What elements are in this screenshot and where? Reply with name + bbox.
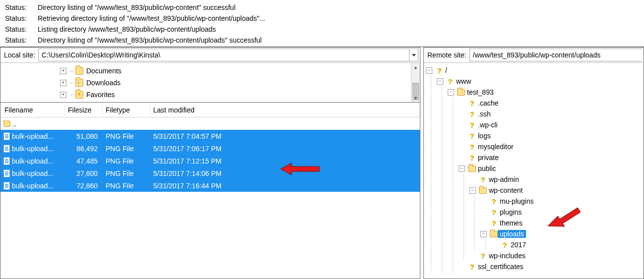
tree-item[interactable]: / (426, 65, 644, 76)
tree-item-label: themes (498, 219, 523, 227)
local-dir-tree[interactable]: Documents Downloads Favorites (0, 63, 420, 103)
file-icon (3, 169, 10, 177)
expand-icon[interactable] (480, 231, 487, 237)
tree-item[interactable]: mu-plugins (426, 196, 644, 207)
tree-item[interactable]: 2017 (426, 239, 644, 250)
file-list-header[interactable]: Filename Filesize Filetype Last modified (0, 103, 420, 117)
local-path-dropdown-button[interactable] (409, 49, 418, 61)
status-row: Status: Directory listing of "/www/test_… (5, 2, 640, 13)
unknown-folder-icon (446, 77, 454, 85)
tree-item[interactable]: plugins (426, 207, 644, 218)
tree-item[interactable]: test_893 (426, 87, 644, 98)
tree-item[interactable]: .wp-cli (426, 119, 644, 130)
remote-path-input[interactable] (470, 50, 642, 60)
local-site-label: Local site: (2, 51, 35, 59)
scroll-down-arrow-icon[interactable]: ▼ (411, 94, 420, 102)
tree-item[interactable]: wp-content (426, 185, 644, 196)
column-header-filename[interactable]: Filename (0, 104, 65, 116)
column-header-filetype[interactable]: Filetype (103, 104, 150, 116)
unknown-folder-icon (490, 208, 498, 216)
tree-item[interactable]: .cache (426, 98, 644, 109)
tree-item[interactable]: .ssh (426, 109, 644, 119)
status-message: Directory listing of "/www/test_893/publ… (38, 35, 640, 46)
local-path-input[interactable] (39, 50, 409, 60)
tree-item[interactable]: Documents (60, 65, 411, 77)
status-message: Listing directory /www/test_893/public/w… (38, 24, 640, 35)
unknown-folder-icon (501, 241, 509, 249)
folder-icon (490, 231, 498, 237)
column-header-filesize[interactable]: Filesize (65, 104, 103, 116)
remote-pane: Remote site: /wwwtest_893.cache.ssh.wp-c… (423, 47, 644, 279)
tree-item[interactable]: logs (426, 130, 644, 141)
remote-site-label: Remote site: (425, 51, 467, 59)
file-row[interactable]: bulk-upload... 27,600 PNG File 5/31/2017… (0, 167, 420, 179)
file-modified: 5/31/2017 7:16:44 PM (150, 182, 264, 190)
scroll-up-arrow-icon[interactable]: ▲ (411, 63, 420, 71)
folder-icon (479, 187, 487, 194)
tree-spacer (459, 155, 465, 161)
tree-spacer (480, 198, 487, 205)
tree-item[interactable]: wp-admin (426, 174, 644, 185)
status-row: Status: Directory listing of "/www/test_… (5, 35, 640, 46)
column-header-modified[interactable]: Last modified (150, 104, 420, 116)
scrollbar[interactable]: ▲ ▼ (411, 63, 420, 102)
tree-item-label: .cache (476, 99, 498, 107)
expand-icon[interactable] (60, 92, 66, 98)
tree-item-label: / (443, 66, 447, 74)
tree-item-label: Favorites (84, 91, 115, 99)
expand-icon[interactable] (469, 187, 476, 194)
file-type: PNG File (103, 157, 150, 165)
file-name: .. (12, 120, 16, 128)
tree-spacer (469, 176, 476, 183)
tree-item[interactable]: Favorites (60, 89, 411, 101)
file-type: PNG File (103, 169, 150, 177)
expand-icon[interactable] (448, 89, 454, 96)
tree-item-label: Downloads (84, 79, 120, 87)
expand-icon[interactable] (459, 166, 465, 172)
tree-item[interactable]: private (426, 152, 644, 163)
unknown-folder-icon (468, 143, 476, 151)
file-row[interactable]: bulk-upload... 51,080 PNG File 5/31/2017… (0, 130, 420, 142)
unknown-folder-icon (490, 219, 498, 227)
expand-icon[interactable] (437, 78, 443, 85)
expand-icon[interactable] (426, 67, 432, 74)
file-list[interactable]: .. bulk-upload... 51,080 PNG File 5/31/2… (0, 117, 420, 279)
file-size: 86,492 (65, 145, 103, 153)
file-name: bulk-upload... (12, 132, 54, 140)
tree-item[interactable]: Downloads (60, 77, 411, 89)
unknown-folder-icon (435, 66, 443, 74)
tree-item[interactable]: ssl_certificates (426, 261, 644, 272)
file-size: 47,485 (65, 157, 103, 165)
expand-icon[interactable] (60, 80, 66, 86)
unknown-folder-icon (490, 197, 498, 205)
tree-spacer (491, 242, 498, 248)
remote-dir-tree[interactable]: /wwwtest_893.cache.ssh.wp-clilogsmysqled… (424, 63, 644, 279)
tree-item-label: mysqleditor (476, 143, 514, 151)
file-modified: 5/31/2017 7:06:17 PM (150, 145, 264, 153)
local-pane: Local site: Documents (0, 47, 420, 279)
status-label: Status: (5, 24, 38, 35)
file-row[interactable]: bulk-upload... 47,485 PNG File 5/31/2017… (0, 155, 420, 167)
tree-item[interactable]: www (426, 76, 644, 87)
tree-spacer (459, 264, 465, 270)
tree-item[interactable]: public (426, 163, 644, 174)
file-name: bulk-upload... (12, 182, 54, 190)
tree-item-label: logs (476, 132, 491, 140)
file-row[interactable]: bulk-upload... 86,492 PNG File 5/31/2017… (0, 142, 420, 155)
folder-icon (75, 67, 83, 75)
tree-item[interactable]: themes (426, 218, 644, 228)
tree-item-label: mu-plugins (498, 197, 533, 205)
tree-item[interactable]: wp-includes (426, 250, 644, 261)
parent-dir-row[interactable]: .. (0, 117, 420, 130)
tree-item[interactable]: uploads (426, 228, 644, 239)
file-type: PNG File (103, 182, 150, 190)
file-row[interactable]: bulk-upload... 72,860 PNG File 5/31/2017… (0, 179, 420, 192)
local-site-bar: Local site: (0, 48, 420, 63)
downloads-folder-icon (75, 79, 83, 87)
tree-item-label: plugins (498, 208, 522, 216)
expand-icon[interactable] (60, 68, 66, 74)
file-icon (3, 132, 10, 140)
tree-spacer (469, 253, 476, 259)
file-icon (3, 182, 10, 190)
tree-item[interactable]: mysqleditor (426, 141, 644, 152)
